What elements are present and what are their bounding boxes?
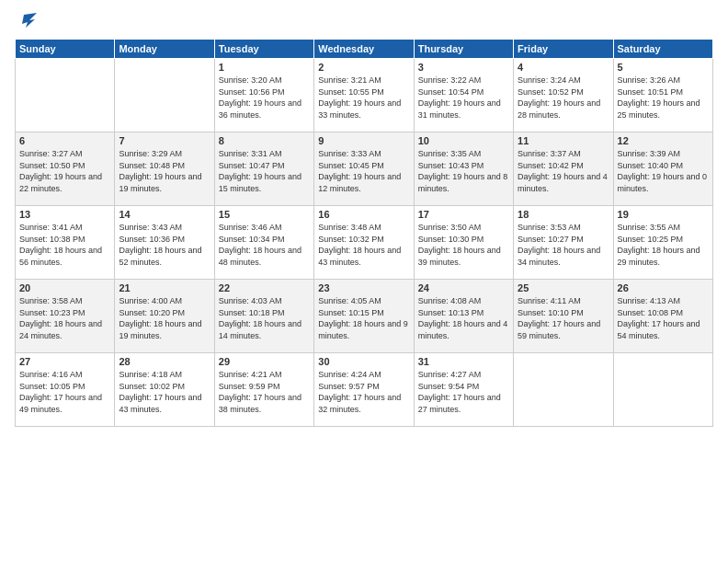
day-number: 25 xyxy=(518,282,609,293)
day-info: Sunrise: 3:39 AM Sunset: 10:40 PM Daylig… xyxy=(618,148,709,194)
calendar-cell: 25Sunrise: 4:11 AM Sunset: 10:10 PM Dayl… xyxy=(514,280,613,353)
day-info: Sunrise: 4:00 AM Sunset: 10:20 PM Daylig… xyxy=(119,295,210,341)
day-info: Sunrise: 3:29 AM Sunset: 10:48 PM Daylig… xyxy=(119,148,210,194)
day-number: 11 xyxy=(518,135,609,146)
day-number: 21 xyxy=(119,282,210,293)
day-info: Sunrise: 4:16 AM Sunset: 10:05 PM Daylig… xyxy=(19,369,110,415)
day-info: Sunrise: 3:55 AM Sunset: 10:25 PM Daylig… xyxy=(618,222,709,268)
day-info: Sunrise: 3:33 AM Sunset: 10:45 PM Daylig… xyxy=(318,148,409,194)
calendar-cell: 20Sunrise: 3:58 AM Sunset: 10:23 PM Dayl… xyxy=(16,280,115,353)
day-of-week-header: Friday xyxy=(514,40,613,59)
calendar-cell: 13Sunrise: 3:41 AM Sunset: 10:38 PM Dayl… xyxy=(16,206,115,280)
calendar-cell: 29Sunrise: 4:21 AM Sunset: 9:59 PM Dayli… xyxy=(214,353,313,427)
calendar-cell: 30Sunrise: 4:24 AM Sunset: 9:57 PM Dayli… xyxy=(314,353,414,427)
day-info: Sunrise: 3:35 AM Sunset: 10:43 PM Daylig… xyxy=(418,148,509,194)
day-info: Sunrise: 4:21 AM Sunset: 9:59 PM Dayligh… xyxy=(219,369,310,415)
day-number: 20 xyxy=(19,282,110,293)
calendar-cell: 4Sunrise: 3:24 AM Sunset: 10:52 PM Dayli… xyxy=(514,59,613,132)
calendar-cell: 7Sunrise: 3:29 AM Sunset: 10:48 PM Dayli… xyxy=(115,132,214,206)
day-info: Sunrise: 3:22 AM Sunset: 10:54 PM Daylig… xyxy=(418,75,509,121)
svg-marker-0 xyxy=(22,13,37,28)
day-number: 5 xyxy=(618,62,709,73)
day-number: 1 xyxy=(219,62,310,73)
day-info: Sunrise: 3:21 AM Sunset: 10:55 PM Daylig… xyxy=(318,75,409,121)
calendar-cell: 11Sunrise: 3:37 AM Sunset: 10:42 PM Dayl… xyxy=(514,132,613,206)
day-number: 9 xyxy=(318,135,409,146)
day-info: Sunrise: 4:24 AM Sunset: 9:57 PM Dayligh… xyxy=(318,369,409,415)
day-of-week-header: Tuesday xyxy=(214,40,313,59)
day-info: Sunrise: 4:18 AM Sunset: 10:02 PM Daylig… xyxy=(119,369,210,415)
day-info: Sunrise: 3:20 AM Sunset: 10:56 PM Daylig… xyxy=(219,75,310,121)
day-number: 7 xyxy=(119,135,210,146)
day-info: Sunrise: 3:37 AM Sunset: 10:42 PM Daylig… xyxy=(518,148,609,194)
day-info: Sunrise: 4:13 AM Sunset: 10:08 PM Daylig… xyxy=(618,295,709,341)
day-info: Sunrise: 3:26 AM Sunset: 10:51 PM Daylig… xyxy=(618,75,709,121)
calendar-cell xyxy=(16,59,115,132)
day-info: Sunrise: 4:08 AM Sunset: 10:13 PM Daylig… xyxy=(418,295,509,341)
day-number: 3 xyxy=(418,62,509,73)
day-number: 28 xyxy=(119,356,210,367)
day-of-week-header: Monday xyxy=(115,40,214,59)
day-info: Sunrise: 3:58 AM Sunset: 10:23 PM Daylig… xyxy=(19,295,110,341)
calendar-cell: 31Sunrise: 4:27 AM Sunset: 9:54 PM Dayli… xyxy=(414,353,513,427)
calendar-cell xyxy=(514,353,613,427)
logo-bird-icon xyxy=(17,11,37,31)
calendar-cell: 6Sunrise: 3:27 AM Sunset: 10:50 PM Dayli… xyxy=(16,132,115,206)
calendar-cell: 9Sunrise: 3:33 AM Sunset: 10:45 PM Dayli… xyxy=(314,132,414,206)
day-info: Sunrise: 3:43 AM Sunset: 10:36 PM Daylig… xyxy=(119,222,210,268)
calendar-cell: 23Sunrise: 4:05 AM Sunset: 10:15 PM Dayl… xyxy=(314,280,414,353)
day-of-week-header: Sunday xyxy=(16,40,115,59)
calendar-cell: 27Sunrise: 4:16 AM Sunset: 10:05 PM Dayl… xyxy=(16,353,115,427)
day-number: 29 xyxy=(219,356,310,367)
logo xyxy=(15,11,37,31)
day-of-week-header: Thursday xyxy=(414,40,513,59)
day-info: Sunrise: 3:24 AM Sunset: 10:52 PM Daylig… xyxy=(518,75,609,121)
calendar-cell: 17Sunrise: 3:50 AM Sunset: 10:30 PM Dayl… xyxy=(414,206,513,280)
calendar-cell: 14Sunrise: 3:43 AM Sunset: 10:36 PM Dayl… xyxy=(115,206,214,280)
calendar-cell: 24Sunrise: 4:08 AM Sunset: 10:13 PM Dayl… xyxy=(414,280,513,353)
day-info: Sunrise: 3:53 AM Sunset: 10:27 PM Daylig… xyxy=(518,222,609,268)
day-info: Sunrise: 3:48 AM Sunset: 10:32 PM Daylig… xyxy=(318,222,409,268)
calendar-cell xyxy=(613,353,712,427)
day-number: 22 xyxy=(219,282,310,293)
calendar-cell xyxy=(115,59,214,132)
day-info: Sunrise: 3:46 AM Sunset: 10:34 PM Daylig… xyxy=(219,222,310,268)
calendar-cell: 3Sunrise: 3:22 AM Sunset: 10:54 PM Dayli… xyxy=(414,59,513,132)
day-number: 13 xyxy=(19,209,110,220)
day-number: 27 xyxy=(19,356,110,367)
calendar-cell: 12Sunrise: 3:39 AM Sunset: 10:40 PM Dayl… xyxy=(613,132,712,206)
day-of-week-header: Wednesday xyxy=(314,40,414,59)
calendar-cell: 16Sunrise: 3:48 AM Sunset: 10:32 PM Dayl… xyxy=(314,206,414,280)
day-info: Sunrise: 3:50 AM Sunset: 10:30 PM Daylig… xyxy=(418,222,509,268)
calendar-cell: 5Sunrise: 3:26 AM Sunset: 10:51 PM Dayli… xyxy=(613,59,712,132)
day-number: 19 xyxy=(618,209,709,220)
day-number: 12 xyxy=(618,135,709,146)
day-number: 10 xyxy=(418,135,509,146)
day-number: 31 xyxy=(418,356,509,367)
calendar-cell: 19Sunrise: 3:55 AM Sunset: 10:25 PM Dayl… xyxy=(613,206,712,280)
day-of-week-header: Saturday xyxy=(613,40,712,59)
day-info: Sunrise: 3:41 AM Sunset: 10:38 PM Daylig… xyxy=(19,222,110,268)
day-number: 30 xyxy=(318,356,409,367)
day-number: 2 xyxy=(318,62,409,73)
day-number: 6 xyxy=(19,135,110,146)
page-header xyxy=(15,11,713,31)
day-number: 14 xyxy=(119,209,210,220)
day-info: Sunrise: 4:11 AM Sunset: 10:10 PM Daylig… xyxy=(518,295,609,341)
day-number: 23 xyxy=(318,282,409,293)
day-info: Sunrise: 3:31 AM Sunset: 10:47 PM Daylig… xyxy=(219,148,310,194)
day-info: Sunrise: 4:05 AM Sunset: 10:15 PM Daylig… xyxy=(318,295,409,341)
day-number: 26 xyxy=(618,282,709,293)
calendar-cell: 2Sunrise: 3:21 AM Sunset: 10:55 PM Dayli… xyxy=(314,59,414,132)
day-number: 16 xyxy=(318,209,409,220)
calendar-header: SundayMondayTuesdayWednesdayThursdayFrid… xyxy=(16,40,713,59)
calendar-cell: 18Sunrise: 3:53 AM Sunset: 10:27 PM Dayl… xyxy=(514,206,613,280)
calendar-cell: 28Sunrise: 4:18 AM Sunset: 10:02 PM Dayl… xyxy=(115,353,214,427)
calendar-table: SundayMondayTuesdayWednesdayThursdayFrid… xyxy=(15,39,713,427)
day-number: 8 xyxy=(219,135,310,146)
day-number: 18 xyxy=(518,209,609,220)
day-number: 24 xyxy=(418,282,509,293)
calendar-cell: 21Sunrise: 4:00 AM Sunset: 10:20 PM Dayl… xyxy=(115,280,214,353)
calendar-cell: 15Sunrise: 3:46 AM Sunset: 10:34 PM Dayl… xyxy=(214,206,313,280)
calendar-cell: 26Sunrise: 4:13 AM Sunset: 10:08 PM Dayl… xyxy=(613,280,712,353)
